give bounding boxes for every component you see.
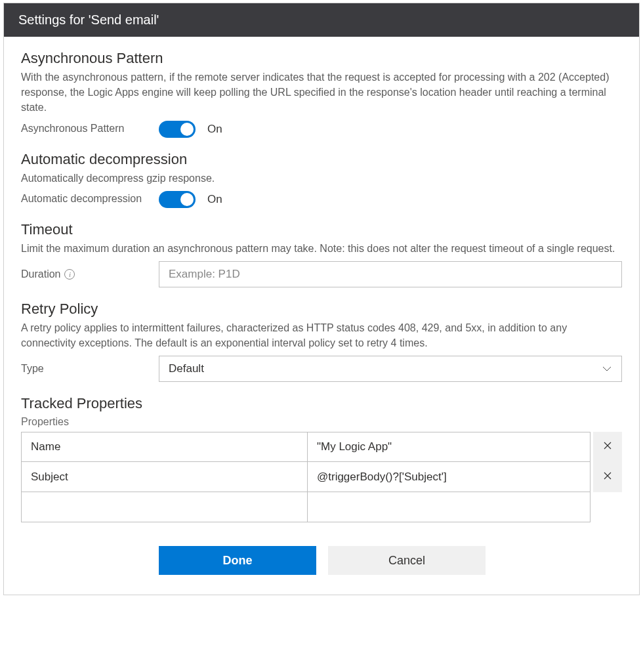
duration-label-text: Duration (21, 268, 60, 282)
tracked-properties-table: Name "My Logic App" Subject @triggerBody… (21, 432, 622, 522)
delete-row-placeholder (591, 492, 622, 522)
decomp-toggle-label: Automatic decompression (21, 192, 159, 206)
tracked-name-cell[interactable]: Name (21, 432, 307, 462)
tracked-title: Tracked Properties (21, 395, 622, 412)
delete-row-button[interactable] (593, 432, 622, 462)
retry-type-select[interactable]: Default (159, 356, 622, 382)
section-tracked-properties: Tracked Properties Properties Name "My L… (21, 395, 622, 522)
timeout-duration-label: Duration i (21, 268, 159, 282)
timeout-title: Timeout (21, 221, 622, 238)
tracked-sublabel: Properties (21, 416, 622, 428)
delete-row-button[interactable] (593, 462, 622, 492)
async-toggle-label: Asynchronous Pattern (21, 122, 159, 136)
panel-body: Asynchronous Pattern With the asynchrono… (4, 37, 639, 595)
tracked-row-empty (21, 492, 622, 522)
retry-type-selected: Default (169, 362, 204, 375)
timeout-description: Limit the maximum duration an asynchrono… (21, 241, 622, 256)
decomp-title: Automatic decompression (21, 151, 622, 168)
cancel-button[interactable]: Cancel (328, 546, 486, 575)
info-icon[interactable]: i (64, 269, 75, 280)
section-timeout: Timeout Limit the maximum duration an as… (21, 221, 622, 287)
async-title: Asynchronous Pattern (21, 50, 622, 67)
close-icon (602, 471, 613, 484)
tracked-row: Subject @triggerBody()?['Subject'] (21, 462, 622, 492)
async-description: With the asynchronous pattern, if the re… (21, 70, 622, 116)
decomp-toggle-state: On (207, 193, 222, 206)
done-button[interactable]: Done (159, 546, 316, 575)
tracked-value-cell[interactable]: @triggerBody()?['Subject'] (307, 462, 591, 492)
tracked-name-cell[interactable]: Subject (21, 462, 307, 492)
panel-title: Settings for 'Send email' (4, 3, 639, 37)
section-async-pattern: Asynchronous Pattern With the asynchrono… (21, 50, 622, 138)
tracked-row: Name "My Logic App" (21, 432, 622, 462)
async-toggle-state: On (207, 123, 222, 136)
async-toggle[interactable] (159, 121, 196, 138)
tracked-name-cell[interactable] (21, 492, 307, 522)
duration-input[interactable] (159, 261, 622, 287)
section-retry-policy: Retry Policy A retry policy applies to i… (21, 301, 622, 382)
decomp-description: Automatically decompress gzip response. (21, 171, 622, 186)
tracked-value-cell[interactable] (307, 492, 591, 522)
retry-description: A retry policy applies to intermittent f… (21, 320, 622, 350)
settings-panel: Settings for 'Send email' Asynchronous P… (3, 3, 640, 595)
dialog-buttons: Done Cancel (159, 546, 622, 575)
decomp-toggle[interactable] (159, 191, 196, 208)
retry-title: Retry Policy (21, 301, 622, 318)
chevron-down-icon (602, 364, 612, 374)
close-icon (602, 440, 613, 453)
retry-type-label: Type (21, 362, 159, 376)
tracked-value-cell[interactable]: "My Logic App" (307, 432, 591, 462)
section-auto-decompression: Automatic decompression Automatically de… (21, 151, 622, 208)
